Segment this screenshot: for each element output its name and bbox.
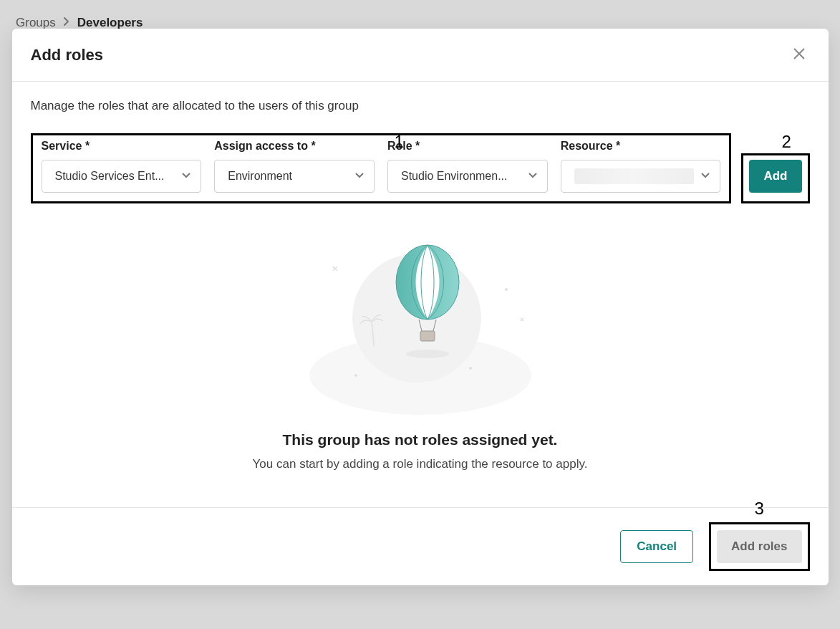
add-roles-modal: Add roles Manage the roles that are allo… <box>12 29 829 585</box>
svg-point-9 <box>505 288 508 291</box>
svg-point-8 <box>406 350 449 358</box>
chevron-down-icon <box>700 169 711 183</box>
add-button[interactable]: Add <box>749 160 801 193</box>
empty-state: This group has not roles assigned yet. Y… <box>31 232 810 471</box>
service-label: Service * <box>42 140 202 153</box>
role-label: Role * <box>387 140 548 153</box>
cancel-button[interactable]: Cancel <box>620 530 693 563</box>
resource-select[interactable] <box>561 160 721 193</box>
chevron-down-icon <box>354 169 365 183</box>
close-button[interactable] <box>788 43 810 67</box>
service-select[interactable]: Studio Services Ent... <box>42 160 202 193</box>
role-value: Studio Environmen... <box>401 170 527 183</box>
chevron-down-icon <box>527 169 539 183</box>
form-fields-group: Service * Studio Services Ent... Assign … <box>31 133 732 203</box>
empty-state-text: You can start by adding a role indicatin… <box>253 457 588 471</box>
empty-illustration <box>306 232 535 418</box>
empty-state-title: This group has not roles assigned yet. <box>283 431 558 448</box>
assign-value: Environment <box>228 170 354 183</box>
svg-point-11 <box>469 367 472 370</box>
modal-subtitle: Manage the roles that are allocated to t… <box>31 99 810 113</box>
annotation-1: 1 <box>395 132 404 152</box>
svg-point-10 <box>354 374 357 377</box>
resource-value <box>574 168 695 184</box>
resource-label: Resource * <box>561 140 721 153</box>
svg-rect-7 <box>420 331 435 341</box>
service-value: Studio Services Ent... <box>55 170 181 183</box>
modal-title: Add roles <box>31 46 103 64</box>
assign-select[interactable]: Environment <box>214 160 375 193</box>
annotation-2: 2 <box>782 132 791 152</box>
add-roles-button[interactable]: Add roles <box>717 530 801 563</box>
role-select[interactable]: Studio Environmen... <box>387 160 548 193</box>
chevron-down-icon <box>180 169 192 183</box>
close-icon <box>791 53 807 64</box>
annotation-3: 3 <box>755 499 764 519</box>
assign-label: Assign access to * <box>214 140 375 153</box>
add-button-group: Add <box>741 153 809 203</box>
add-roles-button-group: 3 Add roles <box>709 522 809 571</box>
